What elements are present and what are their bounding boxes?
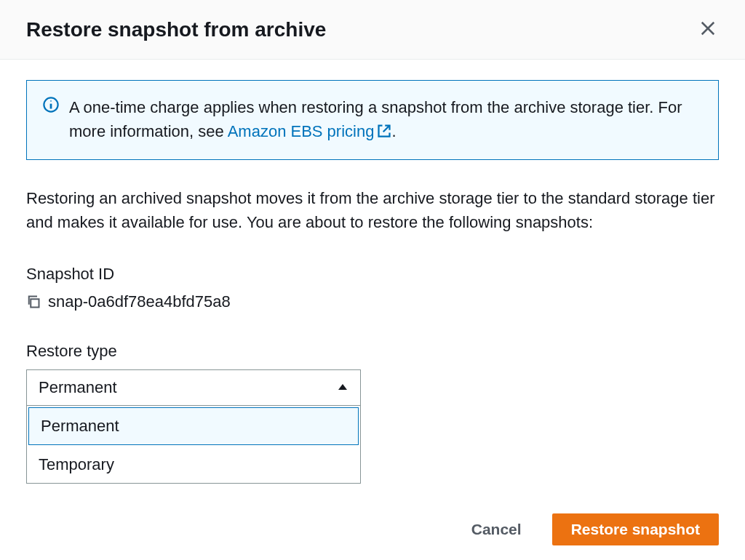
info-text: A one-time charge applies when restoring…: [69, 95, 702, 145]
restore-type-label: Restore type: [26, 342, 719, 361]
restore-snapshot-modal: Restore snapshot from archive A one-time…: [0, 0, 745, 560]
info-alert: A one-time charge applies when restoring…: [26, 80, 719, 160]
snapshot-id-label: Snapshot ID: [26, 265, 719, 284]
modal-body: A one-time charge applies when restoring…: [0, 60, 745, 560]
option-permanent[interactable]: Permanent: [28, 407, 359, 445]
restore-type-select-wrapper: Permanent Permanent Temporary: [26, 369, 361, 406]
cancel-button[interactable]: Cancel: [453, 513, 541, 545]
restore-type-section: Restore type Permanent Permanent Tempora…: [26, 342, 719, 406]
modal-footer: Cancel Restore snapshot: [453, 513, 719, 545]
restore-type-dropdown: Permanent Temporary: [26, 406, 361, 484]
link-label: Amazon EBS pricing: [228, 122, 375, 140]
restore-snapshot-button[interactable]: Restore snapshot: [552, 513, 719, 545]
close-button[interactable]: [697, 17, 719, 41]
svg-point-4: [50, 100, 52, 102]
info-text-suffix: .: [391, 122, 396, 140]
modal-title: Restore snapshot from archive: [26, 18, 326, 41]
external-link-icon: [377, 121, 391, 145]
caret-up-icon: [337, 378, 348, 397]
select-value: Permanent: [39, 378, 117, 397]
ebs-pricing-link[interactable]: Amazon EBS pricing: [228, 122, 392, 140]
close-icon: [700, 20, 716, 39]
info-icon: [43, 97, 59, 113]
svg-line-5: [383, 126, 390, 132]
svg-marker-7: [338, 384, 347, 390]
description-text: Restoring an archived snapshot moves it …: [26, 186, 719, 234]
snapshot-id-row: snap-0a6df78ea4bfd75a8: [26, 292, 719, 311]
snapshot-id-section: Snapshot ID snap-0a6df78ea4bfd75a8: [26, 265, 719, 311]
snapshot-id-value: snap-0a6df78ea4bfd75a8: [48, 292, 231, 311]
svg-rect-6: [31, 299, 39, 307]
copy-icon[interactable]: [26, 295, 41, 309]
modal-header: Restore snapshot from archive: [0, 0, 745, 60]
option-temporary[interactable]: Temporary: [27, 447, 360, 483]
restore-type-select[interactable]: Permanent: [26, 369, 361, 406]
